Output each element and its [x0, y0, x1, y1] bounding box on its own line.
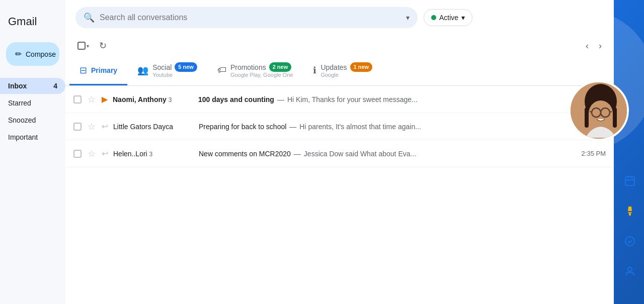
- updates-tab-badge: 1 new: [350, 62, 373, 72]
- select-all-button[interactable]: ▾: [73, 39, 93, 53]
- promotions-tab-top: Promotions 2 new: [230, 62, 293, 72]
- sidebar-item-inbox[interactable]: Inbox 4: [0, 78, 65, 94]
- social-tab-label: Social: [152, 63, 172, 71]
- star-button-1[interactable]: ☆: [87, 94, 97, 105]
- svg-rect-2: [585, 108, 589, 128]
- star-button-3[interactable]: ☆: [87, 148, 97, 159]
- email-content-2: Preparing for back to school — Hi parent…: [199, 123, 583, 131]
- contacts-icon[interactable]: [620, 261, 640, 281]
- keep-icon[interactable]: [620, 201, 640, 221]
- compose-button[interactable]: ✏ Compose: [6, 42, 59, 66]
- active-status-button[interactable]: Active ▾: [424, 9, 472, 26]
- tabs-row: ⊟ Primary 👥 Social 5 new Youtube 🏷 Promo…: [65, 56, 614, 86]
- promotions-tab-inner: Promotions 2 new Google Play, Google One: [230, 62, 293, 78]
- tab-promotions[interactable]: 🏷 Promotions 2 new Google Play, Google O…: [207, 56, 303, 85]
- star-button-2[interactable]: ☆: [87, 121, 97, 132]
- primary-tab-label: Primary: [91, 66, 117, 74]
- sidebar-item-important[interactable]: Important: [0, 129, 65, 145]
- prev-page-button[interactable]: ‹: [582, 38, 593, 54]
- email-count-1: 3: [169, 96, 172, 104]
- social-tab-top: Social 5 new: [152, 62, 197, 72]
- updates-tab-top: Updates 1 new: [320, 62, 372, 72]
- email-dash-1: —: [277, 95, 284, 104]
- promotions-tab-icon: 🏷: [217, 65, 226, 75]
- sidebar-item-snoozed[interactable]: Snoozed: [0, 112, 65, 128]
- email-count-3: 3: [149, 151, 153, 158]
- important-label: Important: [8, 133, 38, 141]
- status-dropdown-arrow: ▾: [461, 14, 465, 22]
- search-dropdown-arrow[interactable]: ▾: [406, 14, 410, 22]
- active-status-label: Active: [439, 14, 458, 22]
- reply-orange-icon: ▶: [102, 94, 108, 104]
- sidebar-item-starred[interactable]: Starred: [0, 95, 65, 111]
- select-dropdown-arrow: ▾: [87, 43, 89, 49]
- tab-updates[interactable]: ℹ Updates 1 new Google: [303, 56, 382, 85]
- svg-line-8: [590, 112, 592, 112]
- email-subject-3: New comments on MCR2020: [199, 150, 291, 158]
- email-preview-1: Hi Kim, Thanks for your sweet message...: [287, 95, 418, 104]
- reply-gray-icon-2: ↩: [102, 122, 108, 131]
- promotions-tab-sublabel: Google Play, Google One: [230, 72, 293, 78]
- refresh-icon: ↻: [99, 40, 107, 51]
- email-checkbox-3[interactable]: [73, 150, 82, 158]
- sidebar-nav: Inbox 4 Starred Snoozed Important: [0, 78, 65, 145]
- email-row[interactable]: ☆ ▶ Naomi, Anthony 3 100 days and counti…: [65, 86, 614, 113]
- email-dash-3: —: [294, 150, 301, 158]
- svg-rect-14: [629, 213, 631, 216]
- email-row[interactable]: ☆ ↩ Little Gators Dayca Preparing for ba…: [65, 113, 614, 140]
- promotions-tab-badge: 2 new: [269, 62, 292, 72]
- social-tab-badge: 5 new: [175, 62, 197, 72]
- updates-tab-sublabel: Google: [320, 72, 372, 78]
- email-subject-1: 100 days and counting: [198, 95, 274, 104]
- starred-label: Starred: [8, 99, 31, 107]
- email-preview-2: Hi parents, It's almost that time again.…: [299, 123, 421, 131]
- search-input[interactable]: [100, 13, 401, 22]
- social-tab-inner: Social 5 new Youtube: [152, 62, 197, 78]
- updates-tab-icon: ℹ: [313, 65, 316, 76]
- right-icon-rail: [616, 0, 644, 304]
- inbox-badge: 4: [53, 82, 57, 90]
- search-icon: 🔍: [84, 12, 95, 23]
- toolbar-row: ▾ ↻ ‹ ›: [65, 35, 614, 56]
- svg-point-17: [628, 267, 632, 271]
- inbox-label: Inbox: [8, 82, 27, 90]
- email-checkbox-1[interactable]: [73, 95, 82, 104]
- svg-line-9: [610, 112, 612, 112]
- email-content-3: New comments on MCR2020 — Jessica Dow sa…: [199, 150, 577, 158]
- prev-icon: ‹: [586, 41, 589, 51]
- tasks-icon[interactable]: [620, 231, 640, 251]
- calendar-icon[interactable]: [620, 171, 640, 191]
- email-dash-2: —: [289, 123, 296, 131]
- active-status-dot: [431, 15, 436, 20]
- email-preview-3: Jessica Dow said What about Eva...: [304, 150, 416, 158]
- compose-label: Compose: [26, 50, 56, 58]
- email-row[interactable]: ☆ ↩ Helen..Lori 3 New comments on MCR202…: [65, 140, 614, 167]
- email-sender-1: Naomi, Anthony 3: [113, 95, 193, 104]
- email-checkbox-2[interactable]: [73, 123, 82, 131]
- email-list: ☆ ▶ Naomi, Anthony 3 100 days and counti…: [65, 86, 614, 304]
- search-bar: 🔍 ▾: [75, 7, 418, 28]
- next-page-button[interactable]: ›: [595, 38, 606, 54]
- select-all-checkbox: [77, 42, 86, 50]
- svg-rect-10: [625, 177, 634, 185]
- compose-icon: ✏: [15, 49, 22, 59]
- snoozed-label: Snoozed: [8, 116, 36, 124]
- updates-tab-inner: Updates 1 new Google: [320, 62, 372, 78]
- tab-primary[interactable]: ⊟ Primary: [69, 56, 127, 85]
- next-icon: ›: [599, 41, 602, 51]
- email-subject-2: Preparing for back to school: [199, 123, 286, 131]
- email-time-3: 2:35 PM: [582, 150, 606, 157]
- app-title: Gmail: [0, 10, 65, 38]
- tab-social[interactable]: 👥 Social 5 new Youtube: [127, 56, 207, 85]
- email-sender-2: Little Gators Dayca: [113, 123, 194, 131]
- email-sender-3: Helen..Lori 3: [113, 150, 194, 158]
- main-content: 🔍 ▾ Active ▾ ▾ ↻ ‹ › ⊟: [65, 0, 614, 304]
- primary-tab-icon: ⊟: [79, 65, 87, 76]
- svg-point-16: [625, 237, 634, 246]
- refresh-button[interactable]: ↻: [95, 37, 111, 54]
- social-tab-sublabel: Youtube: [152, 72, 197, 78]
- email-content-1: 100 days and counting — Hi Kim, Thanks f…: [198, 95, 577, 104]
- sidebar: Gmail ✏ Compose Inbox 4 Starred Snoozed …: [0, 0, 65, 304]
- reply-gray-icon-3: ↩: [102, 149, 108, 158]
- pagination-nav: ‹ ›: [582, 38, 606, 54]
